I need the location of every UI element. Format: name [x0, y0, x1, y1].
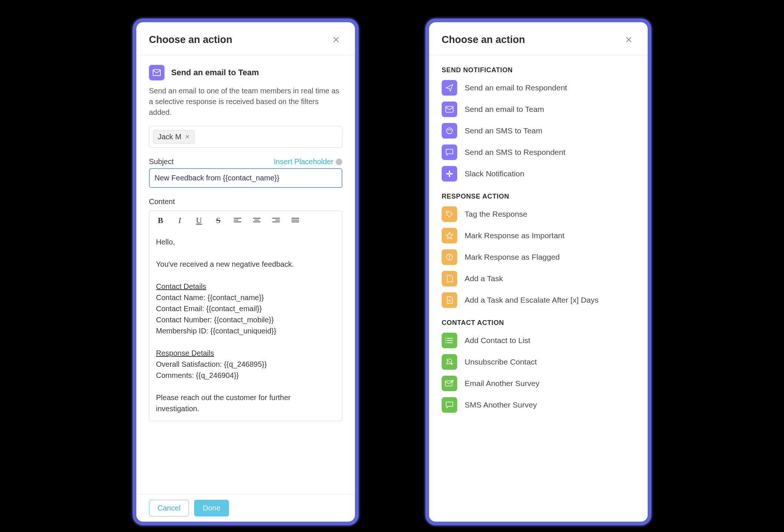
section-title-contact-action: CONTACT ACTION	[442, 319, 635, 327]
flag-icon	[442, 249, 457, 265]
recipient-chip: Jack M ✕	[153, 130, 195, 144]
align-right-button[interactable]	[266, 211, 286, 230]
italic-button[interactable]: I	[170, 211, 189, 230]
star-icon	[442, 228, 457, 243]
close-button[interactable]	[330, 33, 342, 46]
recipients-input[interactable]: Jack M ✕	[149, 126, 342, 148]
action-name: Send an email to Team	[171, 68, 259, 77]
underline-button[interactable]: U	[189, 211, 209, 230]
close-icon	[626, 37, 632, 43]
close-button[interactable]	[622, 33, 635, 46]
align-right-icon	[272, 217, 280, 223]
panel-header: Choose an action	[136, 22, 355, 55]
panel-body: Send an email to Team Send an email to o…	[136, 55, 355, 494]
action-sms-team[interactable]: Send an SMS to Team	[442, 123, 635, 139]
slack-icon	[442, 166, 457, 182]
align-left-button[interactable]	[228, 211, 247, 230]
mail-arrow-icon	[442, 376, 457, 391]
panel-title: Choose an action	[149, 34, 232, 46]
svg-point-9	[445, 338, 446, 339]
strikethrough-button[interactable]: S	[209, 211, 228, 230]
mail-icon	[149, 65, 165, 80]
panel-title: Choose an action	[442, 34, 525, 46]
align-justify-icon	[292, 217, 299, 223]
action-email-another-survey[interactable]: Email Another Survey	[442, 376, 635, 391]
task-icon	[442, 271, 457, 286]
action-mark-flagged[interactable]: Mark Response as Flagged	[442, 249, 635, 265]
panel-compose-action: Choose an action Send an email to Team S…	[133, 19, 359, 525]
list-icon	[442, 333, 457, 348]
task-escalate-icon	[442, 292, 457, 308]
done-button[interactable]: Done	[194, 500, 229, 516]
svg-rect-3	[449, 170, 450, 173]
svg-point-10	[445, 340, 446, 341]
list-response-action: Tag the Response Mark Response as Import…	[442, 206, 635, 308]
content-editor[interactable]: Hello, You've received a new negative fe…	[149, 230, 342, 421]
chip-remove-icon[interactable]: ✕	[185, 133, 190, 140]
action-slack[interactable]: Slack Notification	[442, 166, 635, 182]
send-icon	[442, 80, 457, 96]
content-label-row: Content	[149, 197, 342, 206]
svg-point-7	[448, 212, 449, 213]
svg-point-11	[445, 342, 446, 343]
list-contact-action: Add Contact to List Unsubscribe Contact …	[442, 333, 635, 413]
close-icon	[333, 37, 339, 43]
editor-toolbar: B I U S	[149, 210, 342, 230]
section-title-response-action: RESPONSE ACTION	[442, 193, 635, 200]
action-header-row: Send an email to Team	[149, 65, 342, 80]
mail-icon	[442, 102, 457, 117]
align-justify-button[interactable]	[286, 211, 305, 230]
svg-rect-5	[446, 173, 449, 174]
subject-input[interactable]	[149, 168, 342, 188]
panel-action-list: Choose an action SEND NOTIFICATION Send …	[425, 19, 651, 525]
action-summary: Send an email to Team Send an email to o…	[149, 65, 342, 118]
bold-button[interactable]: B	[151, 211, 170, 230]
action-tag-response[interactable]: Tag the Response	[442, 206, 635, 222]
svg-rect-1	[446, 106, 453, 112]
chat-icon	[442, 144, 457, 160]
panel-header: Choose an action	[429, 22, 648, 55]
action-add-task[interactable]: Add a Task	[442, 271, 635, 286]
action-sms-another-survey[interactable]: SMS Another Survey	[442, 397, 635, 413]
sms-team-icon	[442, 123, 457, 139]
action-sms-respondent[interactable]: Send an SMS to Respondent	[442, 144, 635, 160]
panel-footer: Cancel Done	[136, 494, 355, 522]
action-email-team[interactable]: Send an email to Team	[442, 102, 635, 117]
align-center-button[interactable]	[247, 211, 266, 230]
insert-placeholder-link[interactable]: Insert Placeholder	[274, 157, 342, 166]
subject-label-row: Subject Insert Placeholder	[149, 157, 342, 166]
chip-label: Jack M	[158, 133, 181, 141]
action-mark-important[interactable]: Mark Response as Important	[442, 228, 635, 243]
align-left-icon	[234, 217, 241, 223]
action-email-respondent[interactable]: Send an email to Respondent	[442, 80, 635, 96]
section-title-send-notification: SEND NOTIFICATION	[442, 66, 635, 74]
svg-rect-4	[449, 174, 450, 177]
cancel-button[interactable]: Cancel	[149, 500, 189, 516]
svg-rect-6	[450, 173, 453, 174]
svg-point-2	[446, 128, 452, 134]
action-add-contact-list[interactable]: Add Contact to List	[442, 333, 635, 348]
info-icon	[336, 159, 342, 165]
list-send-notification: Send an email to Respondent Send an emai…	[442, 80, 635, 182]
subject-label: Subject	[149, 157, 174, 166]
action-add-task-escalate[interactable]: Add a Task and Escalate After [x] Days	[442, 292, 635, 308]
content-label: Content	[149, 197, 175, 206]
unsubscribe-icon	[442, 354, 457, 370]
message-icon	[442, 397, 457, 413]
action-unsubscribe-contact[interactable]: Unsubscribe Contact	[442, 354, 635, 370]
panel-body: SEND NOTIFICATION Send an email to Respo…	[429, 55, 648, 522]
tag-icon	[442, 206, 457, 222]
svg-rect-12	[445, 381, 452, 386]
action-description: Send an email to one of the team members…	[149, 86, 342, 118]
align-center-icon	[253, 217, 260, 223]
